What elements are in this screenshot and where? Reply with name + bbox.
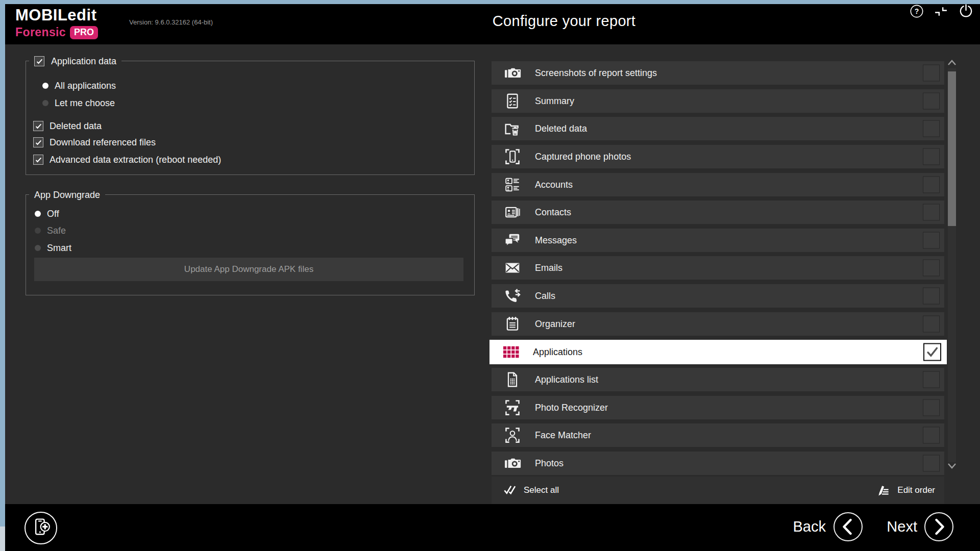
report-item-checkbox[interactable] xyxy=(923,371,940,388)
contacts-icon xyxy=(504,204,521,221)
window-frame-top xyxy=(0,0,980,4)
report-item-label: Messages xyxy=(535,235,577,246)
report-item-checkbox[interactable] xyxy=(923,399,940,416)
checkbox-download-referenced-files[interactable]: Download referenced files xyxy=(33,136,156,148)
report-item-label: Summary xyxy=(535,96,574,107)
power-icon[interactable] xyxy=(959,4,973,18)
report-item-checkbox[interactable] xyxy=(923,204,940,221)
checkbox-deleted-data[interactable]: Deleted data xyxy=(33,120,102,132)
next-label[interactable]: Next xyxy=(857,518,917,535)
page-title: Configure your report xyxy=(482,13,646,30)
messages-icon xyxy=(504,232,521,249)
radio-off[interactable]: Off xyxy=(35,208,59,220)
report-item-checkbox[interactable] xyxy=(923,232,940,249)
scrollbar-up-icon[interactable] xyxy=(947,59,957,66)
report-item-contacts[interactable]: Contacts xyxy=(492,201,944,224)
help-icon[interactable]: ? xyxy=(910,4,924,18)
calls-icon xyxy=(504,287,521,305)
report-item-organizer[interactable]: Organizer xyxy=(492,312,944,336)
report-item-label: Organizer xyxy=(535,319,575,330)
radio-let-me-choose[interactable]: Let me choose xyxy=(42,97,115,109)
back-label[interactable]: Back xyxy=(777,518,826,535)
report-item-checkbox[interactable] xyxy=(923,343,941,361)
report-item-checkbox[interactable] xyxy=(923,288,940,305)
report-item-label: Deleted data xyxy=(535,123,587,134)
edit-pencil-icon xyxy=(876,483,891,497)
scrollbar-down-icon[interactable] xyxy=(947,462,957,470)
add-phone-button[interactable] xyxy=(24,512,57,544)
report-item-photo-recognizer[interactable]: Photo Recognizer xyxy=(492,396,944,419)
report-item-label: Applications xyxy=(533,347,582,358)
app-logo-title: MOBILedit xyxy=(15,6,97,24)
next-button[interactable] xyxy=(924,512,954,542)
folder-trash-icon xyxy=(504,120,521,137)
report-item-deleted-data[interactable]: Deleted data xyxy=(492,117,944,140)
camera-icon xyxy=(504,64,521,82)
app-grid-icon xyxy=(502,343,519,361)
report-item-messages[interactable]: Messages xyxy=(492,229,944,252)
radio-dot xyxy=(35,228,41,234)
application-data-checkbox[interactable] xyxy=(34,56,44,66)
phone-plus-icon xyxy=(30,516,52,540)
camera-icon xyxy=(504,455,521,472)
report-item-applications-list[interactable]: Applications list xyxy=(492,368,944,391)
report-item-photos[interactable]: Photos xyxy=(492,452,944,475)
pro-badge: PRO xyxy=(70,26,98,39)
svg-text:?: ? xyxy=(915,7,919,15)
app-logo-forensic: Forensic xyxy=(15,26,66,39)
report-item-label: Photos xyxy=(535,458,564,469)
report-item-label: Photo Recognizer xyxy=(535,403,608,413)
report-item-checkbox[interactable] xyxy=(923,65,940,82)
report-item-checkbox[interactable] xyxy=(923,455,940,472)
report-item-face-matcher[interactable]: Face Matcher xyxy=(492,423,944,447)
radio-all-applications[interactable]: All applications xyxy=(42,80,116,92)
report-item-checkbox[interactable] xyxy=(923,120,940,137)
double-check-icon xyxy=(503,483,517,497)
report-item-label: Screenshots of report settings xyxy=(535,68,657,79)
report-item-summary[interactable]: Summary xyxy=(492,89,944,113)
report-item-captured-phone-photos[interactable]: Captured phone photos xyxy=(492,145,944,168)
version-text: Version: 9.6.0.32162 (64-bit) xyxy=(129,18,213,26)
report-item-label: Applications list xyxy=(535,374,598,385)
application-data-label: Application data xyxy=(51,56,116,67)
dock-window-icon[interactable] xyxy=(934,6,948,17)
organizer-icon xyxy=(504,315,521,333)
list-footer-bar: Select all Edit order xyxy=(492,477,944,504)
window-frame-left xyxy=(0,4,5,527)
report-item-checkbox[interactable] xyxy=(923,93,940,110)
app-logo-subtitle: Forensic PRO xyxy=(15,26,98,39)
report-item-label: Calls xyxy=(535,291,555,302)
application-data-group: Application data All applications Let me… xyxy=(26,61,475,175)
app-downgrade-group: App Downgrade Off Safe Smart Update App … xyxy=(26,194,475,295)
radio-smart[interactable]: Smart xyxy=(35,242,71,254)
accounts-icon xyxy=(504,176,521,193)
gun-capture-icon xyxy=(504,399,521,416)
report-item-checkbox[interactable] xyxy=(923,260,940,277)
update-app-downgrade-button[interactable]: Update App Downgrade APK files xyxy=(34,258,463,281)
window-frame-left-bottom xyxy=(0,527,5,551)
report-item-applications[interactable]: Applications xyxy=(489,340,947,364)
radio-dot xyxy=(35,211,41,217)
select-all-button[interactable]: Select all xyxy=(503,483,559,497)
scrollbar-thumb[interactable] xyxy=(948,71,956,226)
report-item-label: Face Matcher xyxy=(535,430,591,441)
radio-safe[interactable]: Safe xyxy=(35,224,66,237)
report-item-accounts[interactable]: Accounts xyxy=(492,173,944,196)
checkbox-advanced-data-extraction[interactable]: Advanced data extraction (reboot needed) xyxy=(33,154,221,166)
report-item-checkbox[interactable] xyxy=(923,427,940,444)
radio-dot xyxy=(42,100,48,106)
report-item-screenshots-of-report-settings[interactable]: Screenshots of report settings xyxy=(492,61,944,85)
phone-capture-icon xyxy=(504,148,521,165)
report-item-checkbox[interactable] xyxy=(923,148,940,165)
edit-order-button[interactable]: Edit order xyxy=(876,483,935,497)
report-item-label: Accounts xyxy=(535,180,573,190)
report-item-checkbox[interactable] xyxy=(923,316,940,333)
report-item-calls[interactable]: Calls xyxy=(492,284,944,308)
doc-grid-icon xyxy=(504,371,521,388)
report-item-label: Contacts xyxy=(535,207,571,218)
radio-dot xyxy=(35,245,41,251)
envelope-icon xyxy=(504,259,521,277)
report-item-checkbox[interactable] xyxy=(923,177,940,193)
face-capture-icon xyxy=(504,427,521,444)
report-item-emails[interactable]: Emails xyxy=(492,256,944,280)
